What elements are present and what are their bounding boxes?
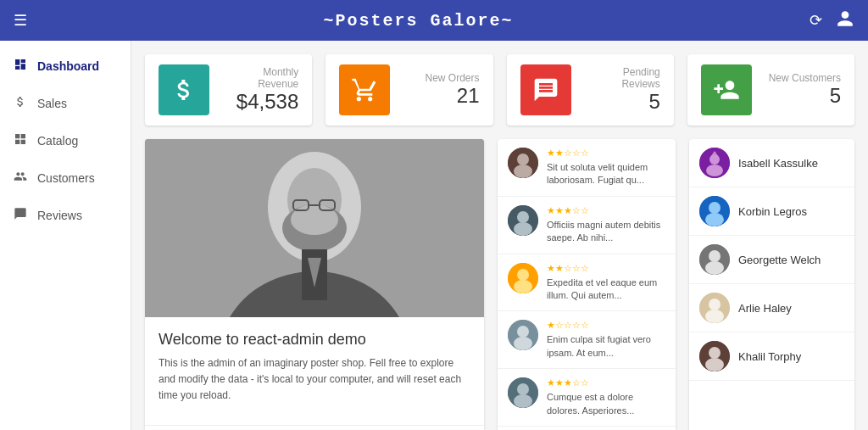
review-body-5: ★★★☆☆ Cumque est a dolore dolores. Asper… — [547, 377, 665, 417]
review-body-3: ★★☆☆☆ Expedita et vel eaque eum illum. Q… — [547, 263, 665, 303]
pending-reviews-label: Pending Reviews — [585, 66, 660, 90]
reviews-info: Pending Reviews 5 — [585, 66, 660, 114]
sidebar-item-dashboard[interactable]: Dashboard — [0, 47, 131, 85]
stats-row: Monthly Revenue $4,538 New Orders 21 — [145, 54, 854, 126]
review-item-1[interactable]: ★★☆☆☆ Sit ut soluta velit quidem laborio… — [498, 139, 676, 197]
svg-point-23 — [514, 394, 532, 408]
svg-point-26 — [706, 165, 723, 176]
svg-point-13 — [517, 211, 529, 223]
svg-point-22 — [517, 383, 529, 395]
sidebar-item-catalog[interactable]: Catalog — [0, 122, 131, 159]
new-customers-value: 5 — [765, 84, 841, 108]
new-customers-info: New Customers 5 — [765, 72, 841, 108]
customer-item-4[interactable]: Arlie Haley — [689, 284, 854, 332]
customer-name-4: Arlie Haley — [738, 302, 792, 315]
stat-card-orders: New Orders 21 — [326, 54, 492, 126]
customer-name-1: Isabell Kassulke — [738, 157, 818, 170]
customer-avatar-4 — [699, 293, 730, 323]
review-body-4: ★☆☆☆☆ Enim culpa sit fugiat vero ipsam. … — [547, 320, 665, 360]
customer-item-2[interactable]: Korbin Legros — [689, 187, 854, 236]
pending-reviews-value: 5 — [585, 90, 660, 114]
svg-point-32 — [705, 261, 724, 275]
stat-card-revenue: Monthly Revenue $4,538 — [145, 54, 312, 126]
customer-avatar-5 — [699, 341, 730, 371]
svg-point-35 — [705, 310, 724, 323]
reviews-icon — [14, 207, 27, 224]
svg-point-16 — [517, 269, 529, 281]
sidebar-label-sales: Sales — [37, 97, 67, 110]
review-avatar-4 — [508, 320, 538, 350]
revenue-icon-box — [159, 64, 209, 115]
welcome-image — [145, 139, 484, 317]
review-body-2: ★★★☆☆ Officiis magni autem debitis saepe… — [547, 205, 665, 245]
welcome-card: Welcome to react-admin demo This is the … — [145, 139, 484, 430]
review-text-3: Expedita et vel eaque eum illum. Qui aut… — [547, 276, 665, 303]
svg-point-25 — [709, 154, 720, 165]
review-body-1: ★★☆☆☆ Sit ut soluta velit quidem laborio… — [547, 148, 665, 187]
review-avatar-1 — [508, 148, 538, 178]
review-avatar-3 — [508, 263, 538, 293]
sidebar-label-customers: Customers — [37, 171, 95, 185]
customers-icon — [14, 170, 27, 187]
svg-point-19 — [517, 326, 529, 338]
review-text-4: Enim culpa sit fugiat vero ipsam. At eum… — [547, 333, 665, 360]
svg-point-29 — [705, 213, 724, 226]
svg-point-4 — [291, 204, 338, 235]
svg-point-31 — [709, 250, 721, 262]
customer-name-2: Korbin Legros — [738, 205, 807, 218]
sidebar: Dashboard Sales Catalog Customers Review… — [0, 41, 131, 430]
svg-point-37 — [709, 347, 721, 359]
revenue-info: Monthly Revenue $4,538 — [223, 66, 298, 114]
orders-label: New Orders — [403, 72, 479, 84]
svg-point-34 — [709, 299, 721, 310]
svg-point-28 — [709, 202, 721, 214]
stat-card-customers: New Customers 5 — [687, 54, 854, 126]
review-text-5: Cumque est a dolore dolores. Asperiores.… — [547, 391, 665, 417]
customers-panel: Isabell Kassulke Korbin Legros Georgette… — [689, 139, 854, 430]
header-actions: ⟳ — [810, 9, 854, 32]
svg-point-11 — [514, 165, 532, 178]
sidebar-item-reviews[interactable]: Reviews — [0, 197, 131, 234]
sidebar-label-catalog: Catalog — [37, 134, 78, 148]
review-item-5[interactable]: ★★★☆☆ Cumque est a dolore dolores. Asper… — [498, 369, 676, 427]
review-stars-2: ★★★☆☆ — [547, 205, 665, 216]
welcome-text: This is the admin of an imaginary poster… — [159, 355, 470, 405]
customer-avatar-1 — [699, 148, 730, 178]
svg-point-10 — [517, 154, 529, 165]
review-stars-4: ★☆☆☆☆ — [547, 320, 665, 331]
orders-icon-box — [339, 64, 390, 115]
sidebar-label-dashboard: Dashboard — [37, 59, 99, 73]
catalog-icon — [14, 132, 27, 149]
review-text-2: Officiis magni autem debitis saepe. Ab n… — [547, 219, 665, 245]
account-icon[interactable] — [836, 9, 854, 32]
stat-card-reviews: Pending Reviews 5 — [507, 54, 674, 126]
review-item-2[interactable]: ★★★☆☆ Officiis magni autem debitis saepe… — [498, 197, 676, 254]
reviews-icon-box — [520, 64, 571, 115]
customer-item-3[interactable]: Georgette Welch — [689, 236, 854, 284]
customer-name-5: Khalil Torphy — [738, 350, 801, 363]
dashboard-icon — [14, 58, 27, 75]
orders-info: New Orders 21 — [403, 72, 479, 108]
customer-item-5[interactable]: Khalil Torphy — [689, 332, 854, 381]
revenue-value: $4,538 — [223, 90, 298, 114]
sidebar-label-reviews: Reviews — [37, 209, 82, 222]
review-stars-5: ★★★☆☆ — [547, 377, 665, 388]
review-item-4[interactable]: ★☆☆☆☆ Enim culpa sit fugiat vero ipsam. … — [498, 311, 676, 369]
review-item-3[interactable]: ★★☆☆☆ Expedita et vel eaque eum illum. Q… — [498, 254, 676, 312]
app-title: ~Posters Galore~ — [323, 11, 513, 31]
review-stars-3: ★★☆☆☆ — [547, 263, 665, 274]
welcome-content: Welcome to react-admin demo This is the … — [145, 317, 484, 418]
welcome-links: ⌂ REACT-ADMIN SITE <> SOURCE FOR THIS DE… — [145, 425, 484, 430]
menu-icon[interactable]: ☰ — [14, 11, 27, 30]
reviews-panel: ★★☆☆☆ Sit ut soluta velit quidem laborio… — [498, 139, 676, 430]
refresh-icon[interactable]: ⟳ — [810, 11, 822, 30]
new-customers-label: New Customers — [765, 72, 841, 84]
bottom-row: Welcome to react-admin demo This is the … — [145, 139, 854, 430]
sidebar-item-customers[interactable]: Customers — [0, 159, 131, 197]
svg-point-20 — [514, 337, 532, 350]
sidebar-item-sales[interactable]: Sales — [0, 85, 131, 122]
sales-icon — [14, 95, 27, 112]
customer-avatar-2 — [699, 196, 730, 226]
customer-item-1[interactable]: Isabell Kassulke — [689, 139, 854, 187]
review-avatar-2 — [508, 205, 538, 236]
